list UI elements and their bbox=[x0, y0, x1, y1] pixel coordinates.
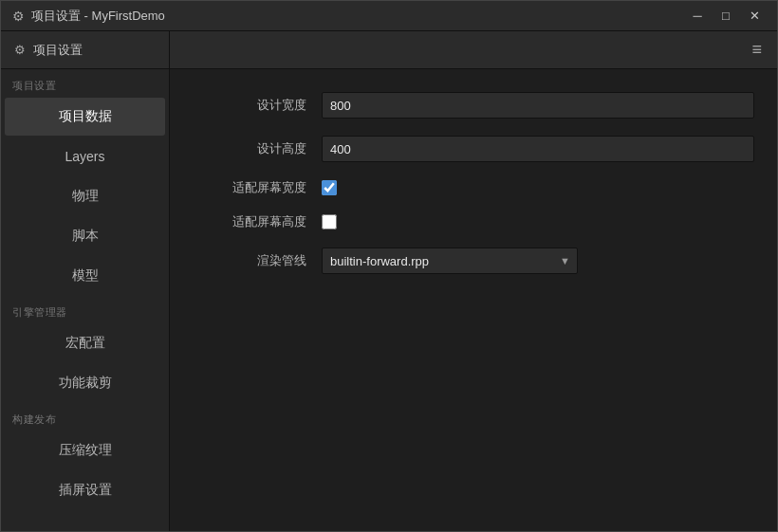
titlebar: ⚙ 项目设置 - MyFirstDemo ─ □ ✕ bbox=[1, 1, 777, 31]
input-design-width[interactable] bbox=[322, 92, 754, 119]
titlebar-icon: ⚙ bbox=[10, 9, 26, 24]
sidebar-header-text: 项目设置 bbox=[33, 42, 83, 59]
label-render-pipeline: 渲染管线 bbox=[193, 252, 306, 269]
minimize-button[interactable]: ─ bbox=[684, 5, 711, 28]
checkbox-fit-width[interactable] bbox=[322, 180, 337, 195]
settings-icon: ⚙ bbox=[12, 43, 28, 58]
label-design-height: 设计高度 bbox=[193, 140, 306, 157]
titlebar-controls: ─ □ ✕ bbox=[684, 5, 768, 28]
sidebar-header: ⚙ 项目设置 bbox=[1, 31, 169, 69]
sidebar: ⚙ 项目设置 项目设置 项目数据 Layers 物理 脚本 模型 引擎管理器 宏… bbox=[1, 31, 170, 532]
label-design-width: 设计宽度 bbox=[193, 97, 306, 114]
form-row-design-height: 设计高度 bbox=[193, 136, 754, 162]
form-row-render-pipeline: 渲染管线 builtin-forward.rpp builtin-deferre… bbox=[193, 248, 754, 274]
form-row-design-width: 设计宽度 bbox=[193, 92, 754, 119]
sidebar-item-scripts[interactable]: 脚本 bbox=[5, 217, 165, 255]
titlebar-title: 项目设置 - MyFirstDemo bbox=[31, 8, 684, 25]
content-header: ≡ bbox=[170, 31, 777, 69]
close-button[interactable]: ✕ bbox=[741, 5, 768, 28]
section-label-project: 项目设置 bbox=[1, 69, 169, 97]
sidebar-item-layers[interactable]: Layers bbox=[5, 138, 165, 175]
form-row-fit-width: 适配屏幕宽度 bbox=[193, 179, 754, 196]
sidebar-item-feature-crop[interactable]: 功能裁剪 bbox=[5, 364, 165, 402]
form-row-fit-height: 适配屏幕高度 bbox=[193, 213, 754, 230]
content-area: ≡ 设计宽度 设计高度 适配屏幕宽度 适配屏幕高度 bbox=[170, 31, 777, 532]
sidebar-item-project-data[interactable]: 项目数据 bbox=[5, 98, 165, 136]
select-render-pipeline[interactable]: builtin-forward.rpp builtin-deferred.rpp bbox=[322, 248, 578, 274]
label-fit-width: 适配屏幕宽度 bbox=[193, 179, 306, 196]
main-container: ⚙ 项目设置 项目设置 项目数据 Layers 物理 脚本 模型 引擎管理器 宏… bbox=[1, 31, 777, 532]
section-label-build: 构建发布 bbox=[1, 403, 169, 431]
content-body: 设计宽度 设计高度 适配屏幕宽度 适配屏幕高度 渲染管线 bbox=[170, 69, 777, 297]
menu-icon[interactable]: ≡ bbox=[751, 40, 762, 60]
maximize-button[interactable]: □ bbox=[713, 5, 739, 28]
input-design-height[interactable] bbox=[322, 136, 754, 162]
section-label-engine: 引擎管理器 bbox=[1, 296, 169, 323]
sidebar-item-compress-texture[interactable]: 压缩纹理 bbox=[5, 431, 165, 469]
sidebar-item-macro-config[interactable]: 宏配置 bbox=[5, 324, 165, 362]
label-fit-height: 适配屏幕高度 bbox=[193, 213, 306, 230]
sidebar-item-physics[interactable]: 物理 bbox=[5, 177, 165, 215]
sidebar-item-models[interactable]: 模型 bbox=[5, 257, 165, 295]
sidebar-item-splash-settings[interactable]: 插屏设置 bbox=[5, 471, 165, 509]
checkbox-fit-height[interactable] bbox=[322, 214, 337, 229]
select-wrapper-render-pipeline: builtin-forward.rpp builtin-deferred.rpp… bbox=[322, 248, 578, 274]
